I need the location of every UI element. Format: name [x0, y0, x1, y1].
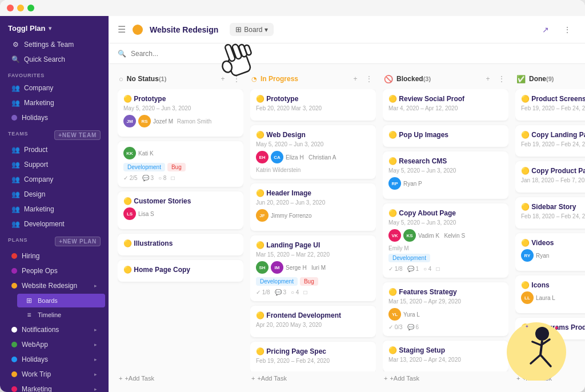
sidebar-item-website-redesign[interactable]: Website Redesign ▸ [3, 279, 105, 293]
card-home-page-copy[interactable]: 🟡 Home Page Copy [118, 260, 243, 282]
top-bar-actions: ↗ ⋮ [537, 21, 576, 38]
sidebar-item-boards[interactable]: ⊞ Boards [17, 294, 105, 307]
sidebar-item-settings[interactable]: ⚙ Settings & Team [3, 38, 105, 51]
card-date: Feb 19, 2020 – Feb 24, 2020 [521, 105, 585, 111]
share-button[interactable]: ↗ [537, 21, 554, 38]
card-landing-page-ui[interactable]: 🟡 Landing Page UI Mar 15, 2020 – Mar 22,… [250, 235, 376, 301]
card-frontend-development[interactable]: 🟡 Frontend Development Apr 20, 2020 May … [250, 306, 376, 337]
add-task-no-status[interactable]: + +Add Task [118, 371, 243, 385]
card-copy-landing-page[interactable]: 🟡 Copy Landing Page Feb 19, 2020 – Feb 2… [515, 125, 585, 157]
design-label: Design [24, 190, 45, 198]
sidebar-item-search[interactable]: 🔍 Quick Search [3, 53, 105, 66]
card-staging-setup[interactable]: 🟡 Staging Setup Mar 13, 2020 – Apr 24, 2… [383, 341, 508, 371]
sidebar-item-marketing-fav[interactable]: 👥 Marketing [3, 96, 105, 110]
sidebar-item-work-trip[interactable]: Work Trip ▸ [3, 367, 105, 381]
col-actions-no-status: + ⋮ [217, 73, 242, 85]
avatar-name: Vadim K Kelvin S [418, 233, 465, 239]
sidebar-logo[interactable]: Toggl Plan ▾ [8, 24, 101, 33]
col-add-no-status[interactable]: + [217, 73, 229, 85]
card-dev-bug[interactable]: KK Kati K Development Bug ✓ 2/5 💬 3 ○ 8 [118, 141, 243, 187]
card-copy-about-page[interactable]: 🟡 Copy About Page May 5, 2020 – Jun 3, 2… [383, 203, 508, 278]
done-icon: ✅ [516, 75, 526, 83]
col-more-no-status[interactable]: ⋮ [231, 73, 242, 85]
card-title: 🟡 Copy About Page [388, 209, 503, 217]
new-plan-button[interactable]: +New Plan [55, 237, 101, 246]
card-videos[interactable]: 🟡 Videos RY Ryan [515, 233, 585, 271]
card-icons[interactable]: 🟡 Icons LL Laura L [515, 275, 585, 313]
support-icon: 👥 [11, 161, 19, 169]
col-header-blocked: 🚫 Blocked(3) + ⋮ [383, 71, 508, 89]
card-copy-product-page[interactable]: 🟡 Copy Product Page Jan 18, 2020 – Feb 7… [515, 161, 585, 193]
avatar-name: Jimmy Forrenzo [271, 213, 312, 219]
hamburger-icon[interactable]: ☰ [118, 24, 126, 35]
col-title-done: Done(9) [529, 75, 585, 83]
maximize-button[interactable] [27, 5, 34, 11]
col-cards-blocked: 🟡 Review Social Proof Mar 4, 2020 – Apr … [383, 89, 508, 371]
card-sidebar-story[interactable]: 🟡 Sidebar Story Feb 18, 2020 – Feb 24, 2… [515, 197, 585, 229]
minimize-button[interactable] [17, 5, 24, 11]
search-input[interactable] [131, 50, 245, 58]
add-task-icon: + [251, 375, 255, 382]
logo-arrow-icon: ▾ [49, 25, 51, 31]
avatar: RP [388, 177, 401, 190]
col-count-no-status: (1) [159, 75, 166, 82]
sidebar-item-hiring[interactable]: Hiring [3, 249, 105, 263]
card-prototype-inprogress[interactable]: 🟡 Prototype Feb 20, 2020 Mar 3, 2020 [250, 89, 376, 121]
sidebar-item-marketing-team[interactable]: 👥 Marketing [3, 202, 105, 216]
add-task-label: +Add Task [522, 375, 551, 382]
card-customer-stories[interactable]: 🟡 Customer Stories LS Lisa S [118, 191, 243, 229]
sidebar-item-company-team[interactable]: 👥 Company [3, 173, 105, 186]
add-task-blocked[interactable]: + +Add Task [383, 371, 508, 385]
card-title: 🟡 Home Page Copy [123, 266, 238, 274]
project-title: Website Redesign [150, 25, 218, 34]
card-date: Mar 15, 2020 – Apr 29, 2020 [388, 298, 503, 305]
sidebar-item-development[interactable]: 👥 Development [3, 217, 105, 231]
col-add-in-progress[interactable]: + [350, 73, 361, 85]
sidebar-item-notifications[interactable]: Notifications ▸ [3, 323, 105, 337]
avatar: LS [123, 207, 136, 220]
card-features-strategy[interactable]: 🟡 Features Strategy Mar 15, 2020 – Apr 2… [383, 282, 508, 336]
new-team-button[interactable]: +New Team [54, 130, 101, 140]
sidebar-item-design[interactable]: 👥 Design [3, 187, 105, 201]
avatar: RY [521, 249, 534, 262]
card-pricing-page-spec[interactable]: 🟡 Pricing Page Spec Feb 19, 2020 – Feb 2… [250, 342, 376, 371]
card-header-image[interactable]: 🟡 Header Image Jun 20, 2020 – Jun 3, 202… [250, 183, 376, 231]
sidebar-item-company-fav[interactable]: 👥 Company [3, 81, 105, 95]
card-avatars: JM RS Jozef M Ramon Smith [123, 115, 238, 127]
sidebar-item-timeline[interactable]: ≡ Timeline [17, 308, 105, 322]
sidebar-item-marketing-plan[interactable]: Marketing ▸ [3, 382, 105, 392]
card-date: Feb 19, 2020 – Feb 24, 2020 [256, 358, 370, 364]
card-prototype-nostatus[interactable]: 🟡 Prototype May 5, 2020 – Jun 3, 2020 JM… [118, 89, 243, 137]
card-illustrations[interactable]: 🟡 Illustrations [118, 234, 243, 255]
card-popup-images[interactable]: 🟡 Pop Up Images [383, 125, 508, 147]
sidebar-item-holidays-plan[interactable]: Holidays ▸ [3, 353, 105, 366]
card-product-screenshots[interactable]: 🟡 Product Screenshots Feb 19, 2020 – Feb… [515, 89, 585, 121]
sidebar-item-product[interactable]: 👥 Product [3, 143, 105, 157]
card-research-cms[interactable]: 🟡 Research CMS May 5, 2020 – Jun 3, 2020… [383, 151, 508, 199]
col-more-blocked[interactable]: ⋮ [496, 73, 507, 85]
card-pictograms[interactable]: 🟡 Pictograms Product Page [515, 318, 585, 339]
view-selector[interactable]: ⊞ Board ▾ [230, 23, 274, 36]
card-review-social-proof[interactable]: 🟡 Review Social Proof Mar 4, 2020 – Apr … [383, 89, 508, 121]
add-task-done[interactable]: + +Add Task [515, 371, 585, 385]
avatar: SH [256, 261, 269, 274]
blocked-icon: 🚫 [384, 75, 393, 83]
tag-development: Development [256, 277, 298, 286]
card-web-design[interactable]: 🟡 Web Design May 5, 2020 – Jun 3, 2020 E… [250, 125, 376, 179]
people-ops-dot [11, 268, 17, 274]
sidebar-item-holidays-fav[interactable]: Holidays [3, 111, 105, 125]
col-more-in-progress[interactable]: ⋮ [363, 73, 375, 85]
card-avatars: LS Lisa S [123, 207, 238, 220]
close-button[interactable] [7, 5, 14, 11]
sidebar-item-support[interactable]: 👥 Support [3, 158, 105, 171]
more-button[interactable]: ⋮ [559, 21, 576, 38]
sidebar-item-people-ops[interactable]: People Ops [3, 264, 105, 278]
card-title: 🟡 Header Image [256, 189, 370, 197]
add-task-in-progress[interactable]: + +Add Task [250, 371, 376, 385]
card-date: Mar 13, 2020 – Apr 24, 2020 [388, 357, 503, 363]
card-date: Apr 20, 2020 May 3, 2020 [256, 322, 370, 328]
sidebar-header: Toggl Plan ▾ [0, 16, 109, 37]
sidebar-item-webapp[interactable]: WebApp ▸ [3, 338, 105, 351]
col-add-blocked[interactable]: + [482, 73, 494, 85]
view-label: Board [244, 26, 262, 34]
